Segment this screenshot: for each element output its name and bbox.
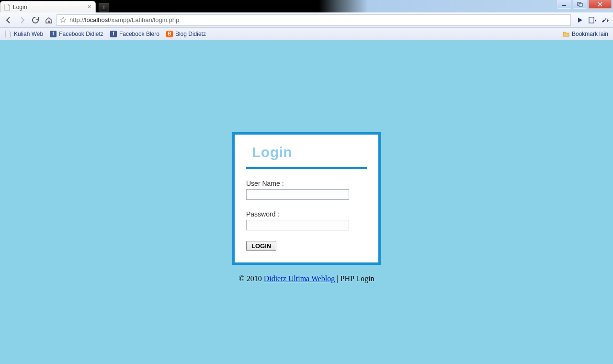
window-minimize-button[interactable] (557, 0, 571, 9)
window-titlebar: Login ✕ + (0, 0, 613, 12)
close-icon (597, 2, 603, 7)
arrow-right-icon (18, 16, 26, 24)
bookmark-kuliah-web[interactable]: Kuliah Web (5, 31, 43, 37)
page-menu-icon (589, 17, 596, 23)
page-icon (4, 4, 10, 11)
nav-home-button[interactable] (43, 14, 55, 26)
tab-title: Login (13, 4, 27, 11)
bookmark-label: Facebook Didietz (59, 31, 103, 37)
play-icon (577, 17, 583, 23)
go-button[interactable] (575, 15, 585, 25)
username-field-group: User Name : (246, 180, 367, 210)
nav-reload-button[interactable] (30, 14, 41, 26)
nav-back-button[interactable] (3, 14, 14, 26)
tab-close-icon[interactable]: ✕ (87, 4, 91, 10)
password-label: Password : (246, 210, 367, 218)
username-label: User Name : (246, 180, 367, 187)
bookmark-other-folder[interactable]: Bookmark lain (563, 31, 608, 37)
url-scheme: http:// (69, 16, 85, 23)
home-icon (45, 16, 53, 24)
blogger-icon: B (166, 31, 173, 37)
bookmark-label: Bookmark lain (572, 31, 608, 37)
username-input[interactable] (246, 189, 349, 200)
svg-rect-2 (579, 3, 582, 6)
bookmark-blog-didietz[interactable]: B Blog Didietz (166, 31, 206, 37)
address-bar[interactable]: http://localhost/xampp/Latihan/login.php (57, 14, 571, 26)
tab-strip: Login ✕ + (0, 0, 109, 12)
page-content: Login User Name : Password : LOGIN © 201… (0, 40, 613, 364)
footer-copyright: © 2010 (239, 274, 264, 283)
url-host: localhost (85, 16, 110, 23)
url-text: http://localhost/xampp/Latihan/login.php (69, 16, 179, 23)
tab-active[interactable]: Login ✕ (0, 1, 96, 12)
facebook-icon: f (50, 31, 57, 37)
page-icon (5, 31, 11, 37)
reload-icon (32, 16, 39, 24)
bookmark-star-icon[interactable] (60, 17, 67, 23)
svg-rect-3 (589, 17, 594, 23)
window-maximize-button[interactable] (573, 0, 587, 9)
login-separator (246, 167, 367, 169)
window-controls (556, 0, 613, 9)
bookmarks-bar: Kuliah Web f Facebook Didietz f Facebook… (0, 28, 613, 40)
login-heading: Login (252, 144, 367, 160)
bookmark-facebook-didietz[interactable]: f Facebook Didietz (50, 31, 103, 37)
browser-nav-toolbar: http://localhost/xampp/Latihan/login.php (0, 12, 613, 28)
footer-text: © 2010 Didietz Ultima Weblog | PHP Login (239, 274, 375, 283)
footer-suffix: | PHP Login (335, 274, 374, 283)
nav-forward-button[interactable] (16, 14, 28, 26)
page-menu-button[interactable] (587, 15, 598, 25)
facebook-icon: f (110, 31, 117, 37)
new-tab-button[interactable]: + (99, 3, 109, 11)
arrow-left-icon (4, 16, 13, 24)
maximize-icon (577, 2, 583, 7)
bookmark-label: Blog Didietz (175, 31, 206, 37)
footer-link[interactable]: Didietz Ultima Weblog (264, 274, 335, 283)
password-field-group: Password : (246, 210, 367, 241)
wrench-menu-button[interactable] (600, 15, 610, 25)
wrench-icon (601, 17, 609, 23)
folder-icon (563, 31, 569, 37)
login-submit-button[interactable]: LOGIN (246, 241, 276, 251)
minimize-icon (562, 2, 567, 7)
window-close-button[interactable] (589, 0, 612, 9)
bookmark-label: Kuliah Web (14, 31, 43, 37)
password-input[interactable] (246, 220, 349, 230)
svg-rect-0 (562, 5, 566, 6)
nav-right-controls (575, 15, 610, 25)
url-path: /xampp/Latihan/login.php (110, 16, 179, 23)
login-panel: Login User Name : Password : LOGIN (232, 132, 381, 265)
bookmark-label: Facebook Blero (119, 31, 159, 37)
bookmark-facebook-blero[interactable]: f Facebook Blero (110, 31, 159, 37)
